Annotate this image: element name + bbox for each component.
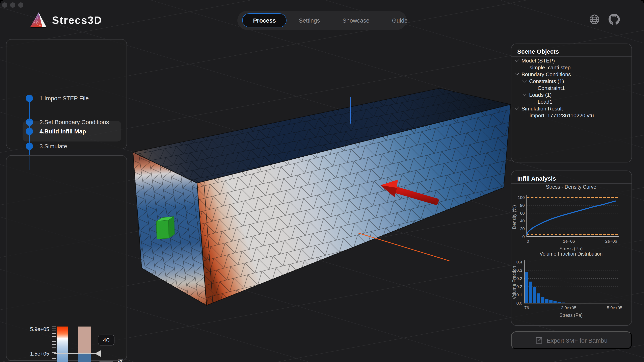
- tab-showcase[interactable]: Showcase: [332, 13, 380, 28]
- colorbar-tick: [52, 326, 56, 327]
- tree-item-vtu-file[interactable]: import_1771236110220.vtu: [511, 112, 631, 119]
- tree-item-boundary[interactable]: Boundary Conditions: [511, 71, 631, 78]
- colorbar-tick: [52, 341, 56, 342]
- export-3mf-button[interactable]: Export 3MF for Bambu: [511, 331, 632, 349]
- colorbar-tick: [52, 358, 56, 359]
- step-dot: [26, 143, 33, 150]
- svg-text:76: 76: [524, 305, 529, 310]
- app-title: Strecs3D: [52, 14, 102, 26]
- infill-density-bar: [78, 326, 91, 362]
- close-button[interactable]: [2, 2, 7, 8]
- colorbar-tick: [52, 333, 56, 334]
- step-import[interactable]: 1.Import STEP File: [6, 92, 126, 105]
- maximize-button[interactable]: [18, 2, 23, 8]
- infill-analysis-title: Infill Analysis: [517, 174, 556, 183]
- svg-text:40: 40: [520, 218, 524, 223]
- tree-item-simulation-result[interactable]: Simulation Result: [511, 105, 631, 112]
- scene-tree: Model (STEP) simple_canti.step Boundary …: [511, 58, 631, 119]
- infill-analysis-panel: Infill Analysis Stress - Density Curve02…: [511, 170, 632, 326]
- step-dot: [26, 95, 33, 102]
- stress-axis-label: Stress[Pa]: [26, 338, 32, 362]
- step-dot: [26, 128, 33, 135]
- svg-text:Volume Fraction: Volume Fraction: [512, 266, 517, 299]
- stress-t1-label: 1.5e+05: [18, 350, 49, 356]
- stress-max-label: 5.9e+05: [18, 326, 49, 332]
- volume-fraction-distribution-chart: Volume Fraction Distribution0.00.10.20.2…: [511, 250, 632, 323]
- svg-text:0: 0: [526, 239, 529, 243]
- globe-icon[interactable]: [589, 14, 600, 24]
- chevron-down-icon[interactable]: [515, 72, 519, 76]
- chevron-down-icon[interactable]: [515, 106, 519, 110]
- tab-process[interactable]: Process: [242, 13, 287, 28]
- scene-objects-title: Scene Objects: [517, 46, 559, 56]
- svg-text:80: 80: [520, 203, 524, 208]
- svg-text:Stress - Density Curve: Stress - Density Curve: [546, 184, 596, 190]
- density-input-2[interactable]: [98, 361, 114, 362]
- svg-text:60: 60: [520, 211, 524, 215]
- app-logo: Strecs3D: [30, 11, 102, 30]
- colorbar-tick: [52, 344, 56, 345]
- stress-density-curve-chart: Stress - Density Curve02040608010001e+06…: [511, 183, 632, 256]
- colorbar-tick: [52, 330, 56, 331]
- chevron-down-icon[interactable]: [522, 92, 526, 96]
- tree-item-loads[interactable]: Loads (1): [511, 92, 631, 98]
- x-axis-line: [358, 233, 449, 261]
- chevron-down-icon[interactable]: [522, 78, 526, 82]
- svg-text:2e+06: 2e+06: [605, 239, 617, 243]
- svg-text:0.2: 0.2: [516, 276, 522, 280]
- step-build-infill-map[interactable]: 4.Build Infill Map: [22, 121, 121, 142]
- svg-text:0.3: 0.3: [516, 268, 522, 272]
- svg-text:Density (%): Density (%): [512, 205, 517, 229]
- infill-segment-2: [78, 354, 91, 362]
- github-icon[interactable]: [608, 14, 620, 25]
- threshold-handle-1[interactable]: [54, 353, 95, 354]
- scene-objects-panel: Scene Objects Model (STEP) simple_canti.…: [511, 43, 632, 162]
- divider: [511, 56, 631, 57]
- strecs3d-logo-icon: [30, 12, 48, 28]
- main-nav: Process Settings Showcase Guide: [237, 11, 407, 30]
- threshold-triangle-icon[interactable]: [95, 350, 101, 356]
- svg-text:0.4: 0.4: [516, 260, 522, 264]
- infill-density-axis-label: Infill Density [%]: [117, 338, 123, 362]
- tree-item-load1[interactable]: Load1: [511, 98, 631, 105]
- svg-text:0: 0: [522, 234, 524, 239]
- colorbar-tick: [52, 352, 56, 353]
- density-input-1[interactable]: [98, 334, 114, 346]
- svg-text:20: 20: [520, 226, 524, 231]
- colorbar-tick: [52, 338, 56, 339]
- svg-text:Stress (Pa): Stress (Pa): [559, 312, 582, 318]
- tab-guide[interactable]: Guide: [382, 13, 418, 28]
- stress-mapping-panel: Stress[Pa] Infill Density [%] 5.9e+05 1.…: [6, 155, 127, 361]
- colorbar-tick: [52, 336, 56, 336]
- svg-text:0.2: 0.2: [516, 284, 522, 289]
- svg-text:2.9e+05: 2.9e+05: [561, 305, 576, 310]
- minimize-button[interactable]: [10, 2, 15, 8]
- external-link-icon: [535, 336, 543, 344]
- tree-item-constraint1[interactable]: Constraint1: [511, 85, 631, 92]
- tree-item-model[interactable]: Model (STEP): [511, 58, 631, 64]
- tab-settings[interactable]: Settings: [288, 13, 330, 28]
- chevron-down-icon[interactable]: [515, 58, 519, 62]
- infill-segment-1: [78, 326, 91, 354]
- colorbar-tick: [52, 328, 56, 329]
- stress-colorbar: [57, 326, 68, 362]
- constraint-cube[interactable]: [156, 216, 174, 239]
- beam-mesh: [133, 88, 510, 305]
- app-window: Strecs3D Process Settings Showcase Guide…: [0, 0, 644, 362]
- svg-text:0.1: 0.1: [516, 292, 522, 297]
- svg-text:100: 100: [518, 195, 524, 200]
- svg-text:5.9e+05: 5.9e+05: [607, 305, 622, 310]
- tree-item-constraints[interactable]: Constraints (1): [511, 78, 631, 85]
- svg-text:1e+06: 1e+06: [563, 239, 575, 243]
- step-simulate[interactable]: 3.Simulate: [6, 140, 126, 153]
- tree-item-step-file[interactable]: simple_canti.step: [511, 64, 631, 71]
- svg-text:Volume Fraction Distribution: Volume Fraction Distribution: [540, 251, 602, 256]
- window-controls: [0, 0, 28, 10]
- process-steps-panel: 1.Import STEP File 2.Set Boundary Condit…: [6, 39, 127, 149]
- colorbar-tick: [52, 348, 56, 348]
- svg-text:0.0: 0.0: [516, 300, 522, 305]
